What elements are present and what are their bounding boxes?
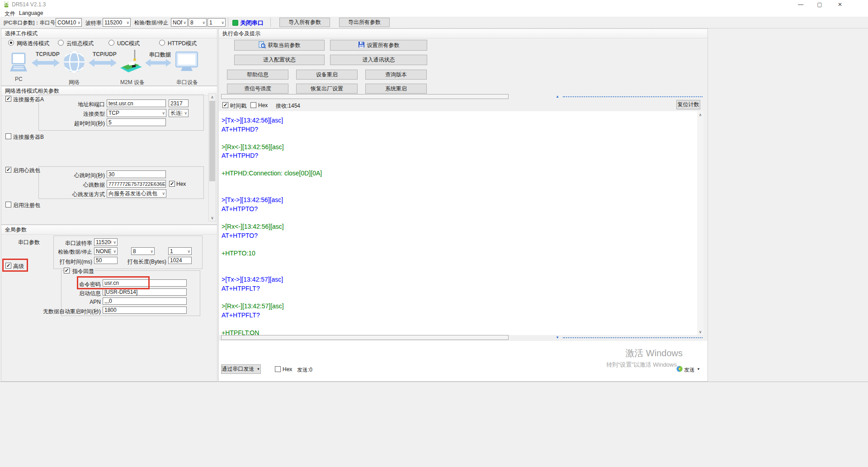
conn-type-select[interactable]: TCP ∨	[107, 109, 166, 117]
hb-data-input[interactable]: 7777772E7573722E636E	[107, 180, 166, 188]
echo-checkbox[interactable]	[64, 268, 70, 274]
hb-hex-checkbox[interactable]	[169, 181, 175, 187]
button-label: 获取当前参数	[268, 42, 301, 49]
scroll-up-icon[interactable]: ∧	[697, 111, 703, 118]
query-signal-button[interactable]: 查信号强度	[227, 84, 288, 94]
log-scrollbar[interactable]: ∧ ∨	[697, 111, 703, 335]
minimize-button[interactable]: —	[791, 0, 810, 9]
get-current-params-button[interactable]: 获取当前参数	[234, 40, 325, 51]
system-restart-button[interactable]: 系统重启	[365, 84, 427, 94]
cmd-password-value: usr.cn	[104, 280, 119, 286]
window-bottom-border	[0, 382, 868, 382]
hb-time-input[interactable]: 30	[107, 170, 166, 178]
splitter-arrow-icon[interactable]: ▼	[556, 335, 559, 340]
enter-comm-state-button[interactable]: 进入通讯状态	[330, 55, 427, 65]
splitter-thumb[interactable]	[221, 94, 509, 99]
stopbits-select[interactable]: 1 ∨	[208, 18, 226, 27]
set-all-params-button[interactable]: 设置所有参数	[330, 40, 427, 51]
log-hex-checkbox[interactable]	[250, 102, 256, 108]
radio-transparent-mode[interactable]	[8, 40, 14, 46]
export-all-params-button[interactable]: 导出所有参数	[339, 18, 390, 27]
scrollbar-thumb[interactable]	[209, 101, 215, 181]
idle-restart-input[interactable]: 1800	[103, 307, 187, 314]
watermark-line2: 转到“设置”以激活 Windows。	[561, 361, 683, 369]
global-parity-select[interactable]: NONE ∨	[94, 247, 118, 255]
send-button[interactable]: 发送	[684, 366, 695, 374]
help-info-button[interactable]: 帮助信息	[227, 70, 288, 80]
timeout-label: 超时时间(秒)	[68, 120, 105, 127]
close-button[interactable]: ✕	[829, 0, 851, 9]
server-a-checkbox[interactable]	[5, 96, 11, 102]
hb-mode-select[interactable]: 向服务器发送心跳包 ∨	[107, 189, 166, 198]
chevron-down-icon: ∨	[76, 20, 81, 25]
splitter-dots	[563, 96, 703, 97]
send-via-serial-button[interactable]: 通过串口发送 ▼	[221, 364, 261, 374]
menu-language[interactable]: Language	[17, 9, 45, 17]
radio-httpd-mode[interactable]	[159, 40, 165, 46]
timestamp-label: 时间戳	[230, 102, 246, 110]
baud-select[interactable]: 115200 ∨	[103, 18, 131, 27]
chevron-down-icon[interactable]: ▼	[697, 367, 700, 371]
log-line: >[Rx<-][13:42:57][asc]	[219, 302, 697, 311]
log-line	[219, 267, 697, 276]
serial-params-label: 串口参数	[18, 239, 40, 246]
factory-reset-button[interactable]: 恢复出厂设置	[296, 84, 358, 94]
scroll-down-icon[interactable]: ∨	[209, 214, 216, 221]
parity-select[interactable]: NONE ∨	[171, 18, 188, 27]
heartbeat-checkbox[interactable]	[5, 167, 11, 173]
conn-mode-select[interactable]: 长连接 ∨	[169, 109, 189, 117]
menu-bar: 文件 Language	[0, 9, 868, 17]
global-stopbits-select[interactable]: 1 ∨	[168, 247, 192, 255]
pack-len-input[interactable]: 1024	[168, 257, 192, 264]
com-port-select[interactable]: COM10 ∨	[56, 18, 82, 27]
timestamp-checkbox[interactable]	[222, 102, 228, 108]
log-line: >[Rx<-][13:42:56][asc]	[219, 223, 697, 232]
server-b-checkbox[interactable]	[5, 133, 11, 139]
conn-mode-value: 长连接	[170, 109, 182, 117]
send-hex-checkbox[interactable]	[275, 366, 281, 372]
global-databits-select[interactable]: 8 ∨	[131, 247, 155, 255]
global-pds-label: 检验/数据/停止	[54, 249, 92, 255]
idle-restart-label: 无数据自动重启时间(秒)	[38, 308, 101, 316]
timeout-input[interactable]: 5	[107, 118, 166, 126]
server-a-port-input[interactable]: 2317	[169, 99, 189, 107]
maximize-button[interactable]: ▢	[810, 0, 829, 9]
enter-config-state-button[interactable]: 进入配置状态	[234, 55, 325, 65]
chevron-down-icon: ∨	[220, 20, 225, 25]
radio-cloud-mode[interactable]	[58, 40, 64, 46]
query-version-button[interactable]: 查询版本	[365, 70, 427, 80]
databits-value: 8	[190, 19, 201, 26]
advanced-checkbox[interactable]	[5, 263, 11, 269]
server-a-address-input[interactable]: test.usr.cn	[107, 99, 166, 107]
command-panel-title: 执行命令及提示	[219, 29, 708, 38]
pack-time-input[interactable]: 50	[94, 257, 118, 264]
parity-data-stop-label: 检验/数据/停止	[134, 19, 168, 26]
recv-count: 接收:1454	[276, 102, 300, 110]
splitter-thumb[interactable]	[221, 335, 509, 340]
reset-count-button[interactable]: 复位计数	[676, 100, 700, 109]
import-all-params-button[interactable]: 导入所有参数	[279, 18, 330, 27]
cmd-password-input[interactable]: usr.cn	[103, 279, 187, 287]
button-label: 复位计数	[678, 101, 699, 108]
log-bottom-splitter[interactable]: ▼	[221, 335, 703, 341]
log-area[interactable]: >[Tx->][13:42:56][asc]AT+HTPHD? >[Rx<-][…	[219, 111, 697, 335]
window-title: DR514 V2.1.3	[12, 1, 46, 8]
apn-input[interactable]: ,,,0	[103, 297, 187, 305]
log-line	[219, 179, 697, 188]
radio-udc-mode[interactable]	[108, 40, 114, 46]
hb-data-value: 7777772E7573722E636E	[108, 181, 165, 187]
databits-select[interactable]: 8 ∨	[189, 18, 207, 27]
scroll-down-icon[interactable]: ∨	[697, 328, 703, 335]
splitter-arrow-icon[interactable]: ▲	[556, 94, 559, 99]
register-checkbox[interactable]	[5, 202, 11, 208]
global-baud-select[interactable]: 115200 ∨	[94, 238, 118, 246]
close-serial-button[interactable]: 关闭串口	[240, 19, 264, 27]
log-top-splitter[interactable]: ▲	[221, 94, 703, 100]
boot-info-input[interactable]: [USR-DR514]	[103, 288, 187, 296]
params-scrollbar[interactable]: ∧ ∨	[208, 93, 216, 222]
global-baud-value: 115200	[96, 239, 111, 245]
device-restart-button[interactable]: 设备重启	[296, 70, 358, 80]
maximize-icon: ▢	[817, 1, 822, 8]
scroll-up-icon[interactable]: ∧	[209, 94, 216, 100]
serial-device-icon	[175, 52, 198, 74]
